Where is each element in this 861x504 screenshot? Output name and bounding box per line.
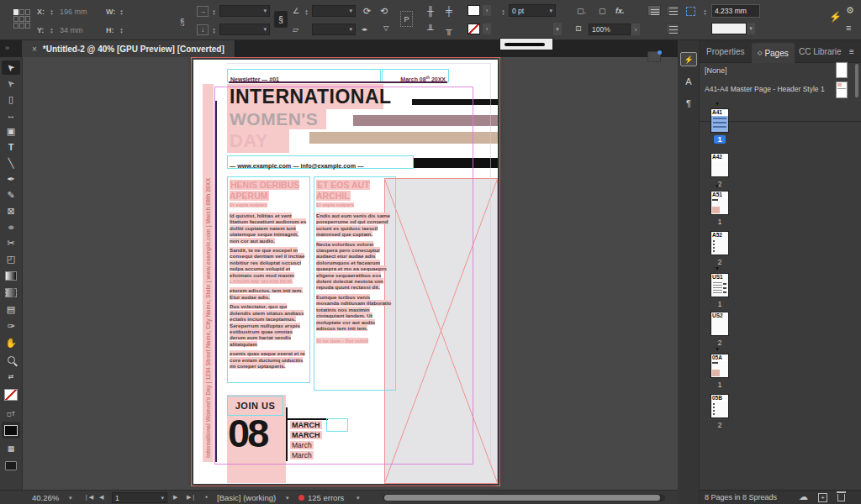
paragraph-styles-panel-icon[interactable]: ¶: [680, 96, 697, 110]
view-options-icon[interactable]: ▦: [2, 442, 20, 456]
header-date-frame[interactable]: March 08th 20XX: [382, 69, 449, 82]
formatting-affects-icon[interactable]: ◻T: [2, 407, 20, 421]
title-tan-bar[interactable]: [309, 132, 498, 144]
page-number-field[interactable]: 1: [112, 492, 167, 503]
master-thumbnail-a41[interactable]: [836, 81, 848, 98]
page-tool[interactable]: ▯: [2, 92, 20, 107]
errors-dropdown-icon[interactable]: [357, 495, 360, 501]
note-tool[interactable]: ▤: [2, 302, 20, 317]
title-line2-frame[interactable]: WOMEN'S: [227, 109, 326, 129]
scale-x-stepper[interactable]: [210, 6, 218, 17]
title-line1-frame[interactable]: INTERNATIONAL: [227, 84, 383, 109]
zoom-tool[interactable]: [2, 353, 20, 367]
gap-field[interactable]: 4.233 mm: [711, 4, 760, 18]
page-thumbnail-1[interactable]: A41: [710, 108, 729, 133]
page-thumbnail-8[interactable]: 05B: [710, 394, 729, 418]
gap-tool[interactable]: ↔: [2, 108, 20, 123]
hand-tool[interactable]: ✋: [2, 336, 20, 350]
gap-stepper[interactable]: [701, 6, 709, 17]
y-stepper[interactable]: [48, 24, 55, 35]
text-wrap-jump-icon[interactable]: [666, 24, 679, 34]
tab-cc-libraries[interactable]: CC Librarie: [799, 40, 842, 63]
swap-fill-stroke-icon[interactable]: ⇄: [2, 370, 20, 384]
header-rule[interactable]: [229, 81, 447, 83]
title-black-bar[interactable]: [412, 99, 498, 105]
page-number-3[interactable]: 1: [710, 218, 729, 226]
preflight-profile[interactable]: [Basic] (working): [217, 493, 276, 502]
shear-field[interactable]: [312, 24, 356, 35]
preset-select[interactable]: [711, 23, 747, 34]
h-stepper[interactable]: [118, 24, 125, 35]
link-scale-icon[interactable]: §: [274, 11, 288, 28]
stroke-weight-stepper[interactable]: [499, 6, 507, 17]
distribute-icon-4[interactable]: ╥: [446, 25, 452, 34]
vertical-rule[interactable]: [215, 101, 217, 462]
apply-color-swatch[interactable]: [2, 422, 20, 438]
control-bar-menu-icon[interactable]: ≡: [846, 24, 851, 33]
frame-fitting-icon[interactable]: [686, 7, 695, 16]
master-thumbnail-none[interactable]: [836, 62, 848, 78]
scale-x-field[interactable]: [219, 5, 270, 17]
settings-gear-icon[interactable]: ⚙: [846, 6, 854, 15]
next-page-icon[interactable]: ▶: [173, 494, 177, 501]
page-thumbnail-4[interactable]: A52: [710, 231, 729, 255]
opacity-arrow[interactable]: [631, 24, 640, 35]
cc-libraries-panel-icon[interactable]: ⚡: [680, 52, 697, 66]
corner-options-icon[interactable]: ▢.: [577, 8, 586, 15]
add-page-button[interactable]: +: [818, 493, 827, 502]
distribute-icon-1[interactable]: ╫: [427, 7, 434, 16]
fill-swatch[interactable]: [467, 5, 480, 16]
pen-tool[interactable]: ✒: [2, 172, 20, 186]
stroke-weight-field[interactable]: 0 pt: [509, 4, 556, 17]
rotation-stepper[interactable]: [303, 6, 310, 17]
x-value[interactable]: 196 mm: [60, 8, 87, 16]
eyedropper-tool[interactable]: ✑: [2, 319, 20, 333]
canvas-pasteboard[interactable]: International Women's Day | 1234 Street …: [23, 57, 678, 490]
ellipse-tool[interactable]: ●: [2, 220, 20, 234]
page-thumbnail-3[interactable]: A51: [710, 191, 729, 215]
delete-page-button[interactable]: [837, 494, 845, 501]
scale-y-field[interactable]: [219, 24, 270, 35]
tab-properties[interactable]: Properties: [706, 40, 745, 63]
page-thumbnail-6[interactable]: US2: [710, 312, 729, 336]
opacity-field[interactable]: 100%: [589, 24, 631, 35]
scissors-tool[interactable]: ✂: [2, 236, 20, 250]
page-thumbnail-7[interactable]: 05A: [710, 354, 729, 378]
flip-horizontal-icon[interactable]: ◂▸: [362, 26, 367, 32]
title-mauve-bar[interactable]: [353, 115, 498, 126]
preflight-icon[interactable]: ◔: [203, 493, 208, 501]
w-stepper[interactable]: [118, 6, 125, 17]
corner-radius-icon[interactable]: ▢: [599, 8, 606, 15]
page-number-1[interactable]: 1: [710, 135, 729, 144]
selection-tool[interactable]: ➤: [2, 60, 20, 75]
reference-point-proxy[interactable]: [13, 9, 30, 29]
character-styles-panel-icon[interactable]: A: [680, 74, 697, 88]
sidebar-text-frame[interactable]: International Women's Day | 1234 Street …: [202, 84, 213, 462]
page-number-5[interactable]: 1: [710, 300, 729, 308]
document-tab[interactable]: × *Untitled-2 @ 40% [GPU Preview] [Conve…: [22, 40, 235, 57]
object-effects-icon[interactable]: [647, 51, 661, 62]
direct-selection-tool[interactable]: ➤: [2, 76, 20, 91]
close-tab-icon[interactable]: ×: [32, 45, 37, 54]
join-dates-frame[interactable]: MARCH MARCH March March: [290, 420, 322, 460]
tab-overflow-icon[interactable]: »: [5, 44, 9, 52]
gpu-performance-icon[interactable]: ⚡: [829, 12, 842, 22]
cloud-sync-icon[interactable]: ☁: [799, 491, 808, 502]
free-transform-tool[interactable]: ◰: [2, 252, 20, 266]
distribute-icon-2[interactable]: ╪: [446, 7, 452, 16]
stroke-swatch[interactable]: [467, 24, 480, 34]
zoom-dropdown-icon[interactable]: [69, 495, 72, 501]
first-page-icon[interactable]: ❘◀: [84, 494, 93, 501]
text-wrap-bounding-icon[interactable]: [666, 5, 679, 16]
pencil-tool[interactable]: ✎: [2, 188, 20, 202]
error-count[interactable]: 125 errors: [308, 493, 344, 502]
page-thumbnail-5[interactable]: US1: [710, 273, 729, 297]
rotation-angle-field[interactable]: [312, 5, 356, 17]
zoom-level[interactable]: 40.26%: [32, 493, 59, 502]
stroke-style-arrow[interactable]: [553, 23, 562, 35]
rotate-ccw-icon[interactable]: ⟲: [380, 7, 388, 16]
scale-y-stepper[interactable]: [210, 24, 218, 35]
join-number-frame[interactable]: 08: [228, 412, 267, 455]
page-thumbnail-2[interactable]: A42: [710, 153, 729, 177]
text-column-2[interactable]: ET EOS AUT ARCHIL Et expla nulpars Endis…: [314, 176, 396, 391]
